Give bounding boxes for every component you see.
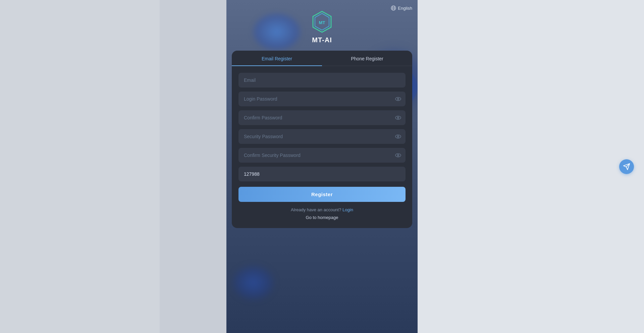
svg-point-9 — [397, 98, 399, 100]
toggle-confirm-security-password-icon[interactable] — [395, 152, 401, 159]
login-password-wrapper — [238, 92, 406, 106]
language-label: English — [398, 6, 412, 11]
svg-point-13 — [397, 136, 399, 137]
confirm-security-password-wrapper — [238, 148, 406, 163]
bg-decoration-4 — [233, 266, 273, 299]
goto-homepage-link[interactable]: Go to homepage — [306, 215, 338, 220]
svg-point-14 — [395, 154, 401, 157]
svg-point-11 — [397, 117, 399, 119]
language-button[interactable]: English — [391, 5, 412, 11]
email-wrapper — [238, 73, 406, 88]
svg-point-12 — [395, 135, 401, 138]
register-button[interactable]: Register — [238, 187, 406, 202]
register-tabs: Email Register Phone Register — [232, 51, 412, 66]
security-password-input[interactable] — [238, 129, 406, 144]
send-icon — [623, 163, 630, 170]
already-account-text: Already have an account? Login — [291, 207, 353, 212]
confirm-security-password-input[interactable] — [238, 148, 406, 163]
referral-code-input[interactable] — [238, 167, 406, 181]
tab-email-register[interactable]: Email Register — [232, 51, 322, 66]
svg-point-8 — [395, 97, 401, 101]
floating-action-button[interactable] — [619, 159, 634, 174]
login-password-input[interactable] — [238, 92, 406, 106]
app-header: MT MT-AI — [226, 0, 418, 44]
login-link[interactable]: Login — [342, 207, 353, 212]
tab-phone-register[interactable]: Phone Register — [322, 51, 412, 66]
toggle-security-password-icon[interactable] — [395, 133, 401, 140]
app-title: MT-AI — [312, 36, 332, 44]
form-card: Email Register Phone Register — [232, 51, 412, 228]
app-logo: MT — [310, 10, 334, 34]
globe-icon — [391, 5, 396, 11]
toggle-confirm-password-icon[interactable] — [395, 114, 401, 121]
toggle-login-password-icon[interactable] — [395, 96, 401, 102]
referral-code-wrapper — [238, 167, 406, 181]
confirm-password-input[interactable] — [238, 110, 406, 125]
main-panel: English MT MT-AI Email Register Phone Re… — [226, 0, 418, 333]
svg-text:MT: MT — [319, 20, 325, 25]
svg-point-15 — [397, 155, 399, 156]
svg-point-10 — [395, 116, 401, 119]
form-body — [232, 66, 412, 181]
confirm-password-wrapper — [238, 110, 406, 125]
email-input[interactable] — [238, 73, 406, 88]
security-password-wrapper — [238, 129, 406, 144]
bottom-links: Already have an account? Login Go to hom… — [232, 207, 412, 220]
